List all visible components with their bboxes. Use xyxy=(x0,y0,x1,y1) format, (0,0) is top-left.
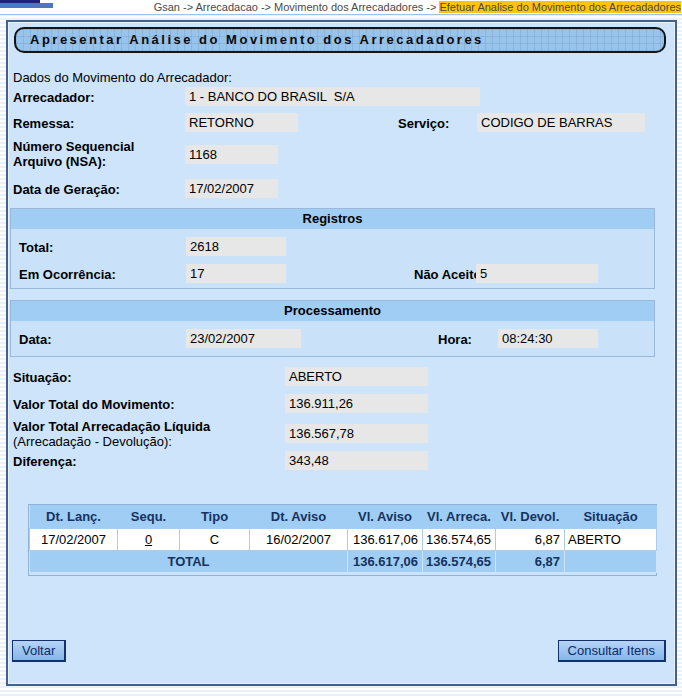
registros-nao-aceitos-field: 5 xyxy=(476,264,598,283)
nsa-label: Número Sequencial Arquivo (NSA): xyxy=(13,139,168,169)
top-header-strip: Gsan -> Arrecadacao -> Movimento dos Arr… xyxy=(0,0,682,15)
servico-label: Serviço: xyxy=(398,116,449,131)
diferenca-field: 343,48 xyxy=(285,451,428,470)
cell-dt-lanc: 17/02/2007 xyxy=(30,528,118,550)
registros-ocorrencia-label: Em Ocorrência: xyxy=(19,267,116,282)
col-sequ: Sequ. xyxy=(118,505,180,528)
cell-tipo: C xyxy=(180,528,250,550)
cell-vl-aviso: 136.617,06 xyxy=(348,528,423,550)
processamento-data-field: 23/02/2007 xyxy=(186,329,301,348)
page-title: Apresentar Análise do Movimento dos Arre… xyxy=(14,27,666,53)
geracao-field: 17/02/2007 xyxy=(185,179,278,198)
total-label-cell: TOTAL xyxy=(30,550,348,572)
processamento-section: Processamento Data: 23/02/2007 Hora: 08:… xyxy=(10,300,655,357)
valor-movimento-label: Valor Total do Movimento: xyxy=(13,397,175,412)
registros-ocorrencia-field: 17 xyxy=(186,264,286,283)
valor-liquido-label: Valor Total Arrecadação Líquida xyxy=(13,419,210,434)
cell-vl-devol: 6,87 xyxy=(496,528,565,550)
situacao-field: ABERTO xyxy=(285,367,428,386)
cell-vl-arreca: 136.574,65 xyxy=(423,528,496,550)
main-panel: Apresentar Análise do Movimento dos Arre… xyxy=(6,20,677,686)
situacao-label: Situação: xyxy=(13,370,72,385)
arrecadador-label: Arrecadador: xyxy=(13,90,95,105)
col-situacao: Situação xyxy=(565,505,657,528)
remessa-label: Remessa: xyxy=(13,116,74,131)
col-vl-aviso: Vl. Aviso xyxy=(348,505,423,528)
arrecadador-field: 1 - BANCO DO BRASIL S/A xyxy=(185,87,480,106)
total-vl-arreca: 136.574,65 xyxy=(423,550,496,572)
table-row: 17/02/2007 0 C 16/02/2007 136.617,06 136… xyxy=(30,528,657,550)
sequ-link[interactable]: 0 xyxy=(145,532,152,547)
geracao-label: Data de Geração: xyxy=(13,182,120,197)
breadcrumb: Gsan -> Arrecadacao -> Movimento dos Arr… xyxy=(154,1,681,13)
table-total-row: TOTAL 136.617,06 136.574,65 6,87 xyxy=(30,550,657,572)
consultar-itens-button[interactable]: Consultar Itens xyxy=(558,640,666,662)
breadcrumb-path: Gsan -> Arrecadacao -> Movimento dos Arr… xyxy=(154,1,440,13)
nsa-field: 1168 xyxy=(185,145,278,164)
processamento-data-label: Data: xyxy=(19,332,52,347)
table-header-row: Dt. Lanç. Sequ. Tipo Dt. Aviso Vl. Aviso… xyxy=(30,505,657,528)
registros-total-field: 2618 xyxy=(186,237,286,256)
movimento-table-box: Dt. Lanç. Sequ. Tipo Dt. Aviso Vl. Aviso… xyxy=(28,504,657,576)
voltar-button[interactable]: Voltar xyxy=(12,640,66,662)
cell-situacao: ABERTO xyxy=(565,528,657,550)
processamento-section-title: Processamento xyxy=(11,301,654,321)
remessa-field: RETORNO xyxy=(185,113,298,132)
col-dt-lanc: Dt. Lanç. xyxy=(30,505,118,528)
servico-field: CODIGO DE BARRAS xyxy=(477,113,645,132)
movimento-table: Dt. Lanç. Sequ. Tipo Dt. Aviso Vl. Aviso… xyxy=(29,505,657,573)
nav-bar-fragment-blue xyxy=(0,3,53,8)
processamento-hora-label: Hora: xyxy=(438,332,472,347)
registros-section-title: Registros xyxy=(11,209,654,229)
processamento-hora-field: 08:24:30 xyxy=(498,329,598,348)
valor-liquido-sublabel: (Arrecadação - Devolução): xyxy=(13,434,172,449)
valor-movimento-field: 136.911,26 xyxy=(285,394,428,413)
col-tipo: Tipo xyxy=(180,505,250,528)
cell-dt-aviso: 16/02/2007 xyxy=(250,528,348,550)
total-vl-aviso: 136.617,06 xyxy=(348,550,423,572)
registros-section: Registros Total: 2618 Em Ocorrência: 17 … xyxy=(10,208,655,289)
diferenca-label: Diferença: xyxy=(13,454,77,469)
col-dt-aviso: Dt. Aviso xyxy=(250,505,348,528)
total-situacao-cell xyxy=(565,550,657,572)
breadcrumb-current-page[interactable]: Efetuar Analise do Movimento dos Arrecad… xyxy=(439,1,681,13)
registros-total-label: Total: xyxy=(19,240,53,255)
valor-liquido-field: 136.567,78 xyxy=(285,424,428,443)
col-vl-arreca: Vl. Arreca. xyxy=(423,505,496,528)
total-vl-devol: 6,87 xyxy=(496,550,565,572)
cell-sequ: 0 xyxy=(118,528,180,550)
intro-label: Dados do Movimento do Arrecadador: xyxy=(13,70,232,85)
col-vl-devol: Vl. Devol. xyxy=(496,505,565,528)
